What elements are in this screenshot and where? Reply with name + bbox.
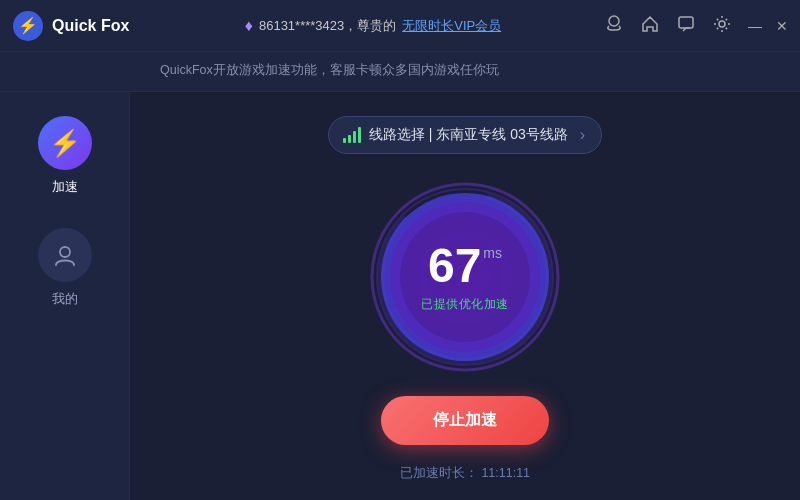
app-title: Quick Fox: [52, 17, 129, 35]
route-selector[interactable]: 线路选择 | 东南亚专线 03号线路 ›: [328, 116, 602, 154]
route-label: 线路选择 | 东南亚专线 03号线路: [369, 126, 568, 144]
home-icon[interactable]: [640, 14, 660, 37]
signal-bar-3: [353, 131, 356, 143]
window-controls: — ✕: [748, 19, 788, 33]
signal-bar-1: [343, 138, 346, 143]
user-icon: [51, 241, 79, 269]
minimize-button[interactable]: —: [748, 19, 762, 33]
duration-display: 已加速时长： 11:11:11: [400, 465, 530, 482]
speed-value: 67: [428, 242, 481, 290]
subtitle-text: QuickFox开放游戏加速功能，客服卡顿众多国内游戏任你玩: [160, 63, 499, 77]
title-center-area: ♦ 86131****3423，尊贵的 无限时长VIP会员: [142, 17, 604, 35]
sidebar-item-profile[interactable]: 我的: [38, 228, 92, 308]
svg-rect-3: [679, 17, 693, 28]
svg-point-5: [60, 247, 70, 257]
svg-point-4: [719, 21, 725, 27]
signal-bars-icon: [343, 127, 361, 143]
stop-acceleration-button[interactable]: 停止加速: [381, 396, 549, 445]
logo-area: ⚡ Quick Fox: [12, 10, 142, 42]
accelerate-label: 加速: [52, 178, 78, 196]
accelerate-icon-circle: ⚡: [38, 116, 92, 170]
vip-link[interactable]: 无限时长VIP会员: [402, 17, 501, 35]
sidebar-item-accelerate[interactable]: ⚡ 加速: [38, 116, 92, 196]
notify-icon[interactable]: [604, 14, 624, 37]
duration-label: 已加速时长：: [400, 466, 478, 480]
chat-icon[interactable]: [676, 14, 696, 37]
main-layout: ⚡ 加速 我的 线路选择 |: [0, 92, 800, 500]
title-icons-group: [604, 14, 732, 37]
signal-bar-2: [348, 135, 351, 143]
speed-center: 67 ms 已提供优化加速: [421, 242, 509, 313]
speed-unit: ms: [483, 242, 502, 260]
svg-point-2: [609, 16, 619, 26]
speedometer-container: 67 ms 已提供优化加速 停止加速 已加速时长： 11:11:11: [370, 182, 560, 482]
sidebar: ⚡ 加速 我的: [0, 92, 130, 500]
svg-text:⚡: ⚡: [18, 16, 38, 35]
close-button[interactable]: ✕: [776, 19, 788, 33]
bolt-icon: ⚡: [49, 128, 81, 159]
settings-icon[interactable]: [712, 14, 732, 37]
account-text: 86131****3423，尊贵的: [259, 17, 396, 35]
subtitle-bar: QuickFox开放游戏加速功能，客服卡顿众多国内游戏任你玩: [0, 52, 800, 92]
profile-icon-circle: [38, 228, 92, 282]
duration-value: 11:11:11: [481, 466, 530, 480]
diamond-icon: ♦: [245, 17, 253, 35]
profile-label: 我的: [52, 290, 78, 308]
chevron-right-icon: ›: [580, 126, 585, 144]
speed-status: 已提供优化加速: [421, 296, 509, 313]
title-bar: ⚡ Quick Fox ♦ 86131****3423，尊贵的 无限时长VIP会…: [0, 0, 800, 52]
speedometer: 67 ms 已提供优化加速: [370, 182, 560, 372]
app-logo-icon: ⚡: [12, 10, 44, 42]
signal-bar-4: [358, 127, 361, 143]
content-area: 线路选择 | 东南亚专线 03号线路 ›: [130, 92, 800, 500]
